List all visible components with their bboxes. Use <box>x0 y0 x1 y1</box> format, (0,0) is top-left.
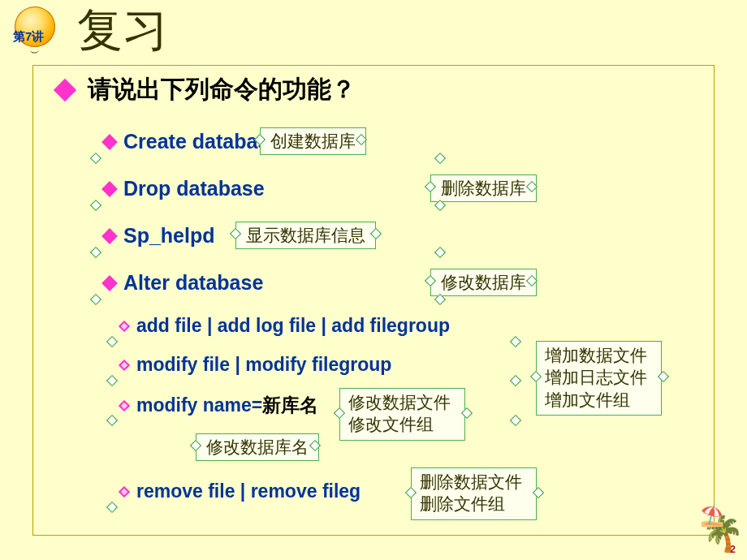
bird-icon: ︶ <box>29 46 41 61</box>
opt-remove-text: remove file | remove fileg <box>136 480 361 502</box>
note-add-group-text: 增加数据文件 增加日志文件 增加文件组 <box>545 346 647 410</box>
diamond-bullet-icon <box>54 78 76 101</box>
lecture-number: 第7讲 <box>13 29 44 45</box>
opt-add: add file | add log file | add filegroup <box>120 315 450 337</box>
gem-bullet-icon <box>119 485 130 497</box>
diamond-bullet-icon <box>101 181 118 197</box>
lecture-badge: 第7讲 ︶ <box>8 6 65 55</box>
note-add-group: 增加数据文件 增加日志文件 增加文件组 <box>536 341 662 416</box>
gem-bullet-icon <box>119 359 130 370</box>
note-sphelp-text: 显示数据库信息 <box>246 226 365 245</box>
page-number: 2 <box>730 544 736 555</box>
diamond-bullet-icon <box>101 134 118 150</box>
opt-modfile: modify file | modify filegroup <box>120 354 391 376</box>
opt-modname-cn: 新库名 <box>262 393 318 418</box>
diamond-bullet-icon <box>101 228 118 244</box>
note-alter: 修改数据库 <box>430 269 537 296</box>
note-sphelp: 显示数据库信息 <box>235 222 376 249</box>
note-alter-text: 修改数据库 <box>441 273 526 292</box>
note-rename-text: 修改数据库名 <box>206 437 309 457</box>
note-create: 创建数据库 <box>260 127 366 155</box>
cmd-sphelp-text: Sp_helpd <box>123 224 215 248</box>
opt-modname-pre: modify name= <box>136 394 262 416</box>
opt-modname: modify name= 新库名 <box>120 393 318 418</box>
note-mod-group: 修改数据文件 修改文件组 <box>339 388 465 441</box>
main-question-text: 请说出下列命令的功能？ <box>88 73 356 106</box>
note-rename: 修改数据库名 <box>196 433 319 461</box>
opt-remove: remove file | remove fileg <box>120 480 361 502</box>
gem-bullet-icon <box>119 320 130 331</box>
note-create-text: 创建数据库 <box>270 131 356 151</box>
cmd-alter-text: Alter database <box>123 271 263 295</box>
note-drop: 删除数据库 <box>430 174 537 202</box>
diamond-bullet-icon <box>101 275 118 291</box>
cmd-alter: Alter database <box>104 271 263 295</box>
opt-modfile-text: modify file | modify filegroup <box>136 354 391 376</box>
note-drop-text: 删除数据库 <box>441 179 526 198</box>
note-mod-group-text: 修改数据文件 修改文件组 <box>348 393 451 434</box>
note-remove-group: 删除数据文件 删除文件组 <box>411 467 537 520</box>
gem-bullet-icon <box>119 399 130 411</box>
slide-title: 复习 <box>77 0 168 62</box>
cmd-drop: Drop database <box>104 177 265 200</box>
cmd-create-text: Create databas <box>123 130 269 153</box>
cmd-drop-text: Drop database <box>123 177 265 200</box>
cmd-sphelp: Sp_helpd <box>104 224 215 248</box>
beach-umbrella-icon: ⛱️ <box>700 505 724 528</box>
cmd-create: Create databas <box>104 130 269 153</box>
main-question: 请说出下列命令的功能？ <box>52 73 356 106</box>
note-remove-group-text: 删除数据文件 删除文件组 <box>420 472 522 514</box>
opt-add-text: add file | add log file | add filegroup <box>136 315 450 337</box>
